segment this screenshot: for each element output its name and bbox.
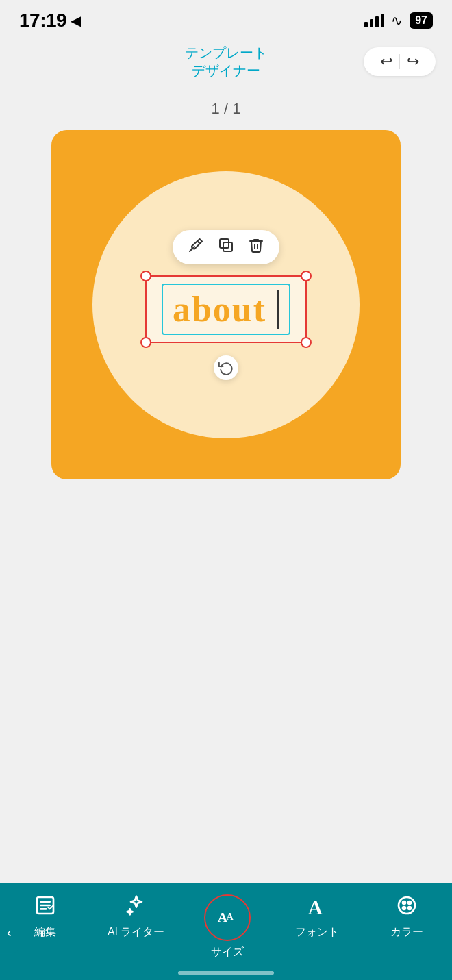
size-icon-wrapper: A A xyxy=(204,894,251,941)
location-icon: ◀ xyxy=(71,12,81,29)
svg-rect-3 xyxy=(220,239,229,248)
text-inner-border: about xyxy=(162,284,290,335)
redo-button[interactable]: ↪ xyxy=(400,53,426,71)
handle-top-right[interactable] xyxy=(301,271,312,281)
wifi-icon: ∿ xyxy=(391,12,403,29)
svg-point-16 xyxy=(403,907,405,909)
font-icon: A xyxy=(306,894,328,921)
header-title: テンプレート デザイナー xyxy=(156,44,296,79)
signal-bar-1 xyxy=(364,22,368,27)
header: テンプレート デザイナー ↩ ↪ xyxy=(0,37,452,86)
svg-text:A: A xyxy=(226,910,234,921)
ai-writer-icon xyxy=(125,894,147,921)
toolbar-item-size[interactable]: A A サイズ xyxy=(200,894,255,959)
duplicate-icon[interactable] xyxy=(218,237,234,257)
delete-icon[interactable] xyxy=(248,237,264,257)
main-content: 1 / 1 xyxy=(0,86,452,980)
svg-point-13 xyxy=(399,897,415,914)
canvas-area: 1 / 1 xyxy=(0,86,452,884)
edit-icon xyxy=(34,894,56,921)
left-edge-button[interactable]: ‹ xyxy=(0,910,18,953)
svg-line-1 xyxy=(197,241,200,244)
color-label: カラー xyxy=(390,925,423,940)
home-indicator xyxy=(178,971,274,975)
size-label: サイズ xyxy=(211,945,244,959)
text-element-wrapper[interactable]: about xyxy=(145,230,307,380)
handle-bottom-left[interactable] xyxy=(140,337,151,348)
handle-bottom-right[interactable] xyxy=(301,337,312,348)
edit-label: 編集 xyxy=(34,925,56,940)
canvas-circle: about xyxy=(92,171,360,438)
battery-badge: 97 xyxy=(410,12,433,29)
toolbar-item-edit[interactable]: 編集 xyxy=(18,894,73,940)
wand-tool-icon[interactable] xyxy=(188,237,204,257)
status-time: 17:19 xyxy=(19,10,66,32)
status-bar: 17:19 ◀ ∿ 97 xyxy=(0,0,452,37)
bottom-toolbar: ‹ 編集 AI ライター A xyxy=(0,883,452,980)
text-selection-box[interactable]: about xyxy=(145,275,307,343)
nav-buttons: ↩ ↪ xyxy=(364,47,436,76)
toolbar-item-font[interactable]: A フォント xyxy=(290,894,344,940)
undo-button[interactable]: ↩ xyxy=(373,53,399,71)
svg-point-17 xyxy=(408,907,411,909)
page-indicator: 1 / 1 xyxy=(212,100,241,118)
svg-rect-2 xyxy=(223,242,232,251)
signal-bar-4 xyxy=(381,14,384,27)
element-toolbar-popup xyxy=(173,230,279,264)
svg-text:A: A xyxy=(308,896,323,916)
font-label: フォント xyxy=(295,925,339,940)
toolbar-item-ai-writer[interactable]: AI ライター xyxy=(108,894,165,940)
ai-writer-label: AI ライター xyxy=(108,925,165,940)
canvas-text-content[interactable]: about xyxy=(173,290,279,329)
svg-point-15 xyxy=(408,901,411,904)
size-icon: A A xyxy=(216,904,239,932)
signal-bar-2 xyxy=(370,19,373,27)
status-icons: ∿ 97 xyxy=(364,12,433,29)
signal-bar-3 xyxy=(375,16,379,27)
signal-bars xyxy=(364,14,384,27)
svg-point-14 xyxy=(403,901,405,904)
rotate-handle[interactable] xyxy=(214,355,238,380)
canvas-container[interactable]: about xyxy=(51,130,401,479)
palette-icon xyxy=(396,894,418,921)
handle-top-left[interactable] xyxy=(140,271,151,281)
toolbar-item-color[interactable]: カラー xyxy=(379,894,434,940)
header-title-wrapper[interactable]: テンプレート デザイナー xyxy=(156,44,296,79)
